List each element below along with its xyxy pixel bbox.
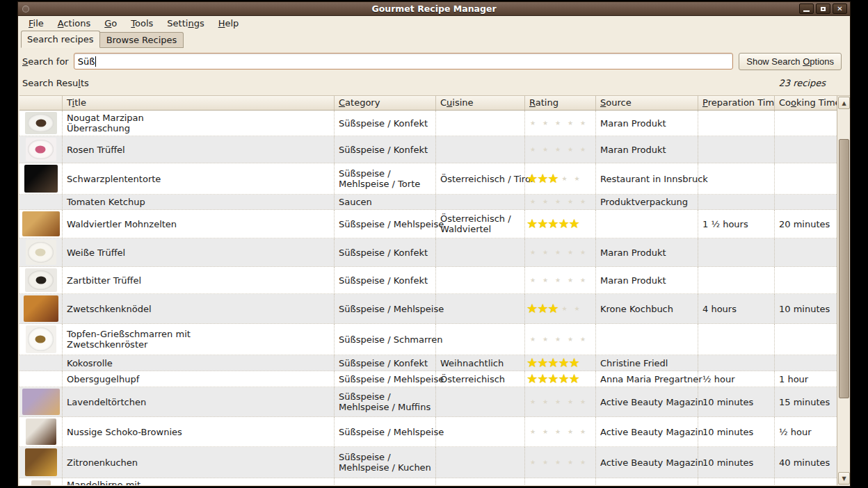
star-filled-icon: ★	[537, 373, 547, 385]
table-row[interactable]: Topfen-Grießschmarren mit Zwetschkenröst…	[19, 324, 837, 355]
plate-shape	[28, 242, 53, 263]
arrow-down-icon: ▼	[842, 475, 846, 482]
text-caret	[95, 56, 96, 67]
table-row[interactable]: Nougat Marzipan Überraschung Süßspeise /…	[19, 111, 837, 136]
recipe-title: Weiße Trüffel	[63, 238, 335, 266]
star-empty-icon: ★	[577, 399, 589, 405]
table-row[interactable]: Nussige Schoko-Brownies Süßspeise / Mehl…	[19, 417, 837, 447]
recipe-title: Nussige Schoko-Brownies	[63, 417, 335, 446]
recipe-rating: ★★★★★	[525, 267, 596, 293]
recipe-cooking-time	[775, 478, 837, 485]
recipe-rating: ★★★★★	[525, 387, 596, 416]
star-filled-icon: ★	[537, 357, 547, 369]
header-source[interactable]: Source	[596, 96, 698, 110]
recipe-title: Tomaten Ketchup	[63, 195, 335, 209]
recipe-preparation-time	[698, 163, 775, 194]
star-filled-icon: ★	[558, 218, 568, 230]
menu-go[interactable]: Go	[97, 17, 124, 31]
star-empty-icon: ★	[527, 147, 539, 153]
recipe-source: Maran Produkt	[596, 238, 698, 266]
recipe-preparation-time	[698, 324, 775, 355]
recipe-preparation-time: 10 minutes	[698, 417, 775, 446]
menu-settings[interactable]: Settings	[160, 17, 211, 31]
recipe-preparation-time	[698, 238, 775, 266]
minimize-button[interactable]	[799, 3, 814, 14]
table-row[interactable]: Zitronenkuchen Süßspeise / Mehlspeise / …	[19, 447, 837, 478]
recipe-preparation-time	[698, 195, 775, 209]
screen: Gourmet Recipe Manager ✕ File Actions Go…	[0, 0, 868, 488]
recipe-thumbnail	[19, 238, 63, 266]
header-title[interactable]: Title	[63, 96, 335, 110]
table-row[interactable]: Kokosrolle Süßspeise / Konfekt Weihnacht…	[19, 355, 837, 371]
scrollbar-thumb[interactable]	[839, 139, 849, 398]
table-row[interactable]: Obersgugelhupf Süßspeise / Mehlspeise Ös…	[19, 371, 837, 387]
search-results-label: Search Results	[22, 78, 89, 88]
recipe-thumbnail	[19, 387, 63, 416]
close-button[interactable]: ✕	[833, 3, 847, 14]
star-empty-icon: ★	[527, 399, 539, 405]
titlebar[interactable]: Gourmet Recipe Manager ✕	[18, 2, 850, 16]
table-row[interactable]: Rosen Trüffel Süßspeise / Konfekt ★★★★★ …	[19, 136, 837, 163]
table-row[interactable]: Mandelbirne mit Schokoladenmousse und Pi…	[19, 478, 837, 485]
recipe-count: 23 recipes	[778, 78, 826, 88]
tab-search-recipes[interactable]: Search recipes	[21, 31, 100, 48]
recipe-category: Süßspeise / Mehlspeise	[335, 371, 436, 387]
star-empty-icon: ★	[552, 429, 564, 435]
recipe-cooking-time	[775, 267, 837, 293]
star-filled-icon: ★	[527, 373, 537, 385]
table-row[interactable]: Lavendeltörtchen Süßspeise / Mehlspeise …	[19, 387, 837, 417]
star-filled-icon: ★	[547, 218, 558, 230]
menu-help[interactable]: Help	[211, 17, 246, 31]
menu-file[interactable]: File	[22, 17, 51, 31]
header-category[interactable]: Category	[335, 96, 436, 110]
maximize-button[interactable]	[816, 3, 830, 14]
show-search-options-button[interactable]: Show Search Options	[739, 53, 842, 70]
recipe-preparation-time	[698, 478, 775, 485]
star-filled-icon: ★	[547, 302, 558, 315]
header-cuisine[interactable]: Cuisine	[436, 96, 525, 110]
header-cooking-time[interactable]: Cooking Time	[775, 96, 837, 110]
recipe-source: Christine Friedl	[596, 355, 698, 371]
table-row[interactable]: Zartbitter Trüffel Süßspeise / Konfekt ★…	[19, 267, 837, 294]
recipe-thumbnail	[19, 267, 63, 293]
recipe-title: Lavendeltörtchen	[63, 387, 335, 416]
table-row[interactable]: Schwarzplententorte Süßspeise / Mehlspei…	[19, 163, 837, 195]
star-empty-icon: ★	[527, 120, 539, 127]
recipe-title: Zartbitter Trüffel	[63, 267, 335, 293]
recipe-title: Rosen Trüffel	[63, 136, 335, 163]
window-menu-icon[interactable]	[22, 6, 29, 13]
star-empty-icon: ★	[527, 336, 539, 343]
table-row[interactable]: Waldviertler Mohnzelten Süßspeise / Mehl…	[19, 210, 837, 238]
header-image[interactable]	[19, 96, 63, 110]
header-preparation-time[interactable]: Preparation Time	[698, 96, 775, 110]
menu-tools[interactable]: Tools	[124, 17, 160, 31]
table-row[interactable]: Weiße Trüffel Süßspeise / Konfekt ★★★★★ …	[19, 238, 837, 267]
header-rating[interactable]: Rating	[525, 96, 596, 110]
recipe-source: Maran Produkt	[596, 267, 698, 293]
recipe-source	[596, 324, 698, 355]
star-empty-icon: ★	[539, 429, 552, 435]
food-shape	[35, 145, 46, 153]
scroll-down-button[interactable]: ▼	[838, 472, 850, 485]
search-input[interactable]: Süß	[74, 53, 734, 70]
recipe-thumbnail	[19, 324, 63, 355]
tab-browse-recipes[interactable]: Browse Recipes	[100, 32, 184, 48]
recipe-cuisine: Österreichisch / Waldviertel	[436, 210, 525, 238]
recipe-cuisine	[436, 111, 525, 136]
recipe-cooking-time	[775, 195, 837, 209]
recipe-cooking-time	[775, 324, 837, 355]
recipe-cuisine	[436, 238, 525, 266]
star-empty-icon: ★	[527, 277, 539, 284]
table-row[interactable]: Tomaten Ketchup Saucen ★★★★★ Produktverp…	[19, 195, 837, 210]
recipe-category: Süßspeise / Mehlspeise	[335, 294, 436, 323]
scroll-up-button[interactable]: ▲	[838, 97, 850, 109]
star-filled-icon: ★	[527, 302, 537, 315]
star-filled-icon: ★	[527, 218, 537, 230]
recipe-cuisine: Weihnachtlich	[436, 355, 525, 371]
menu-actions[interactable]: Actions	[51, 17, 98, 31]
recipe-category: Süßspeise / Mehlspeise / Muffins	[335, 387, 436, 416]
table-row[interactable]: Zwetschkenknödel Süßspeise / Mehlspeise …	[19, 294, 837, 324]
vertical-scrollbar[interactable]: ▲ ▼	[837, 96, 850, 485]
recipe-category: Süßspeise / Mehlspeise / Kuchen	[335, 447, 436, 478]
recipe-category: Saucen	[335, 195, 436, 209]
